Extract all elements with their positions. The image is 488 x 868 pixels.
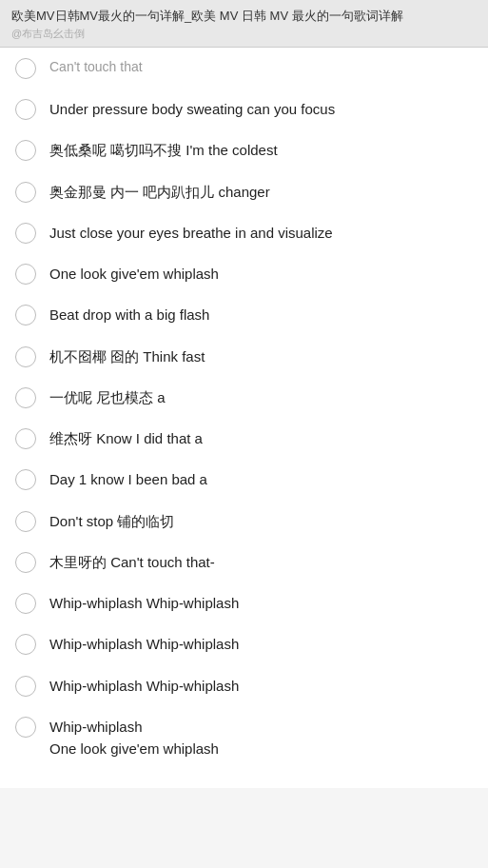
list-item[interactable]: Just close your eyes breathe in and visu… — [0, 212, 488, 253]
item-text: 木里呀的 Can't touch that- — [49, 551, 473, 573]
radio-circle[interactable] — [15, 387, 36, 408]
radio-circle[interactable] — [15, 58, 36, 79]
list-item[interactable]: 奥低桑呢 噶切吗不搜 I'm the coldest — [0, 129, 488, 170]
item-text: Whip-whiplash Whip-whiplash — [49, 592, 473, 614]
radio-circle[interactable] — [15, 346, 36, 367]
header: 欧美MV日韩MV最火的一句详解_欧美 MV 日韩 MV 最火的一句歌词详解 @布… — [0, 0, 488, 48]
item-text: One look give'em whiplash — [49, 263, 473, 285]
list-item[interactable]: 一优呢 尼也模态 a — [0, 377, 488, 418]
list-item[interactable]: Whip-whiplash One look give'em whiplash — [0, 706, 488, 770]
radio-circle[interactable] — [15, 428, 36, 449]
radio-circle[interactable] — [15, 140, 36, 161]
radio-circle[interactable] — [15, 511, 36, 532]
header-watermark: @布吉岛幺击倒 — [11, 27, 477, 41]
item-text: Can't touch that — [49, 57, 473, 78]
radio-circle[interactable] — [15, 593, 36, 614]
list-item[interactable]: Under pressure body sweating can you foc… — [0, 89, 488, 129]
list-item[interactable]: 机不囵椰 囵的 Think fast — [0, 336, 488, 377]
radio-circle[interactable] — [15, 717, 36, 738]
item-text: Under pressure body sweating can you foc… — [49, 98, 473, 120]
item-text: 维杰呀 Know I did that a — [49, 427, 473, 449]
item-text: Whip-whiplash One look give'em whiplash — [49, 716, 473, 760]
lyrics-list: Can't touch thatUnder pressure body swea… — [0, 48, 488, 788]
radio-circle[interactable] — [15, 182, 36, 203]
item-text: 奥金那曼 内一 吧内趴扣儿 changer — [49, 181, 473, 203]
item-text: 奥低桑呢 噶切吗不搜 I'm the coldest — [49, 139, 473, 161]
header-title: 欧美MV日韩MV最火的一句详解_欧美 MV 日韩 MV 最火的一句歌词详解 — [11, 8, 477, 25]
radio-circle[interactable] — [15, 99, 36, 120]
radio-circle[interactable] — [15, 469, 36, 490]
radio-circle[interactable] — [15, 552, 36, 573]
list-item[interactable]: Can't touch that — [0, 48, 488, 89]
radio-circle[interactable] — [15, 305, 36, 326]
list-item[interactable]: One look give'em whiplash — [0, 253, 488, 294]
item-text: Whip-whiplash Whip-whiplash — [49, 675, 473, 697]
item-text: 一优呢 尼也模态 a — [49, 386, 473, 408]
list-item[interactable]: 维杰呀 Know I did that a — [0, 418, 488, 459]
radio-circle[interactable] — [15, 264, 36, 285]
list-item[interactable]: Whip-whiplash Whip-whiplash — [0, 582, 488, 623]
list-item[interactable]: Whip-whiplash Whip-whiplash — [0, 623, 488, 664]
radio-circle[interactable] — [15, 634, 36, 655]
list-item[interactable]: 木里呀的 Can't touch that- — [0, 542, 488, 582]
list-item[interactable]: 奥金那曼 内一 吧内趴扣儿 changer — [0, 171, 488, 212]
item-text: Just close your eyes breathe in and visu… — [49, 222, 473, 244]
item-text: Whip-whiplash Whip-whiplash — [49, 633, 473, 655]
list-item[interactable]: Whip-whiplash Whip-whiplash — [0, 665, 488, 706]
list-item[interactable]: Day 1 know I been bad a — [0, 459, 488, 500]
radio-circle[interactable] — [15, 223, 36, 244]
item-text: Beat drop with a big flash — [49, 304, 473, 326]
item-text: Don't stop 铺的临切 — [49, 510, 473, 532]
item-text: Day 1 know I been bad a — [49, 468, 473, 490]
list-item[interactable]: Don't stop 铺的临切 — [0, 501, 488, 542]
radio-circle[interactable] — [15, 676, 36, 697]
list-item[interactable]: Beat drop with a big flash — [0, 294, 488, 335]
item-text: 机不囵椰 囵的 Think fast — [49, 345, 473, 367]
